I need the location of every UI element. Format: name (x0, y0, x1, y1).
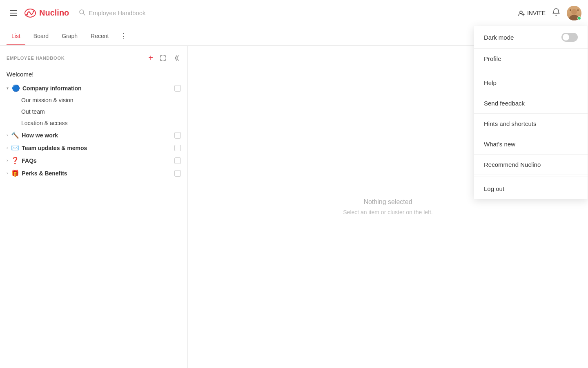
sidebar-item-faqs[interactable]: › ❓ FAQs (0, 154, 187, 167)
expand-icon (160, 55, 166, 61)
topnav: Nuclino Employee Handbook INVITE (0, 0, 588, 26)
logo-icon (24, 7, 37, 20)
sidebar-item-team[interactable]: Out team (0, 106, 187, 117)
sidebar-item-mission[interactable]: Our mission & vision (0, 94, 187, 106)
invite-icon (518, 10, 525, 16)
faqs-label: FAQs (22, 157, 37, 164)
nothing-selected-title: Nothing selected (363, 198, 412, 206)
tree-item-left: › 🎁 Perks & Benefits (7, 169, 67, 177)
dropdown-item-whats-new[interactable]: What's new (474, 134, 588, 155)
tab-list[interactable]: List (7, 28, 25, 44)
whats-new-label: What's new (484, 141, 515, 148)
sidebar: EMPLOYEE HANDBOOK + Welcome! (0, 46, 188, 368)
chevron-right-icon: › (7, 171, 8, 175)
how-we-work-emoji: 🔨 (11, 131, 19, 139)
sidebar-item-welcome[interactable]: Welcome! (0, 67, 187, 82)
perks-emoji: 🎁 (11, 169, 19, 177)
svg-point-1 (26, 14, 28, 16)
sidebar-header: EMPLOYEE HANDBOOK + (0, 46, 187, 67)
divider (474, 71, 588, 71)
add-item-button[interactable]: + (147, 52, 155, 63)
sidebar-item-team-updates[interactable]: › ✉️ Team updates & memos (0, 141, 187, 154)
dropdown-item-send-feedback[interactable]: Send feedback (474, 93, 588, 114)
sidebar-actions: + (147, 52, 181, 63)
perks-label: Perks & Benefits (22, 170, 67, 177)
expand-sidebar-button[interactable] (158, 54, 168, 62)
bell-icon (552, 8, 560, 16)
nav-right: INVITE (518, 6, 581, 20)
tab-recent[interactable]: Recent (86, 28, 114, 44)
tabs-more-button[interactable]: ⋮ (117, 30, 131, 42)
tab-graph[interactable]: Graph (57, 28, 82, 44)
checkbox-icon[interactable] (174, 170, 181, 177)
team-updates-label: Team updates & memos (22, 145, 87, 151)
chevron-right-icon: › (7, 133, 8, 137)
checkbox-icon[interactable] (174, 145, 181, 151)
logout-label: Log out (484, 185, 504, 192)
hints-shortcuts-label: Hints and shortcuts (484, 120, 536, 127)
help-label: Help (484, 79, 497, 86)
recommend-label: Recommend Nuclino (484, 161, 541, 168)
send-feedback-label: Send feedback (484, 100, 525, 107)
avatar-button[interactable] (567, 6, 581, 20)
online-indicator (577, 16, 581, 20)
chevron-down-icon: ▾ (7, 86, 9, 90)
chevron-right-icon: › (7, 146, 8, 150)
collapse-sidebar-button[interactable] (171, 54, 181, 62)
dropdown-item-hints-shortcuts[interactable]: Hints and shortcuts (474, 114, 588, 134)
logo[interactable]: Nuclino (24, 7, 69, 20)
dropdown-item-profile[interactable]: Profile (474, 49, 588, 69)
company-info-emoji: 🔵 (12, 84, 20, 92)
dropdown-menu: Dark mode Profile Help Send feedback Hin… (474, 26, 588, 199)
how-we-work-label: How we work (22, 132, 58, 139)
invite-button[interactable]: INVITE (518, 10, 546, 16)
checkbox-icon[interactable] (174, 85, 181, 92)
nothing-selected-subtitle: Select an item or cluster on the left. (343, 209, 432, 215)
menu-button[interactable] (7, 7, 20, 19)
svg-point-5 (520, 11, 522, 13)
logo-text: Nuclino (39, 8, 69, 18)
notifications-button[interactable] (552, 8, 560, 18)
dropdown-item-help[interactable]: Help (474, 73, 588, 93)
dropdown-item-logout[interactable]: Log out (474, 179, 588, 199)
divider (474, 177, 588, 177)
tree-item-left: › 🔨 How we work (7, 131, 58, 139)
tree-item-left: ▾ 🔵 Company information (7, 84, 82, 92)
search-icon (79, 9, 85, 17)
sidebar-item-perks[interactable]: › 🎁 Perks & Benefits (0, 167, 187, 180)
search-placeholder: Employee Handbook (89, 9, 145, 16)
svg-point-2 (33, 11, 34, 12)
dropdown-item-dark-mode[interactable]: Dark mode (474, 26, 588, 49)
svg-line-4 (83, 13, 85, 15)
collapse-icon (173, 55, 179, 61)
tab-board[interactable]: Board (29, 28, 53, 44)
search-bar: Employee Handbook (79, 9, 283, 17)
tree-item-left: › ❓ FAQs (7, 157, 37, 164)
sidebar-item-how-we-work[interactable]: › 🔨 How we work (0, 129, 187, 141)
sidebar-title: EMPLOYEE HANDBOOK (7, 56, 65, 61)
profile-label: Profile (484, 55, 501, 62)
checkbox-icon[interactable] (174, 132, 181, 139)
dark-mode-toggle[interactable] (561, 33, 578, 42)
sidebar-item-location[interactable]: Location & access (0, 117, 187, 129)
dropdown-item-recommend[interactable]: Recommend Nuclino (474, 155, 588, 175)
team-updates-emoji: ✉️ (11, 144, 19, 152)
dark-mode-label: Dark mode (484, 34, 514, 41)
invite-label: INVITE (527, 10, 546, 16)
checkbox-icon[interactable] (174, 157, 181, 164)
tree-item-left: › ✉️ Team updates & memos (7, 144, 87, 152)
chevron-right-icon: › (7, 158, 8, 163)
faqs-emoji: ❓ (11, 157, 19, 164)
company-info-label: Company information (22, 85, 82, 92)
sidebar-item-company-info[interactable]: ▾ 🔵 Company information (0, 82, 187, 94)
